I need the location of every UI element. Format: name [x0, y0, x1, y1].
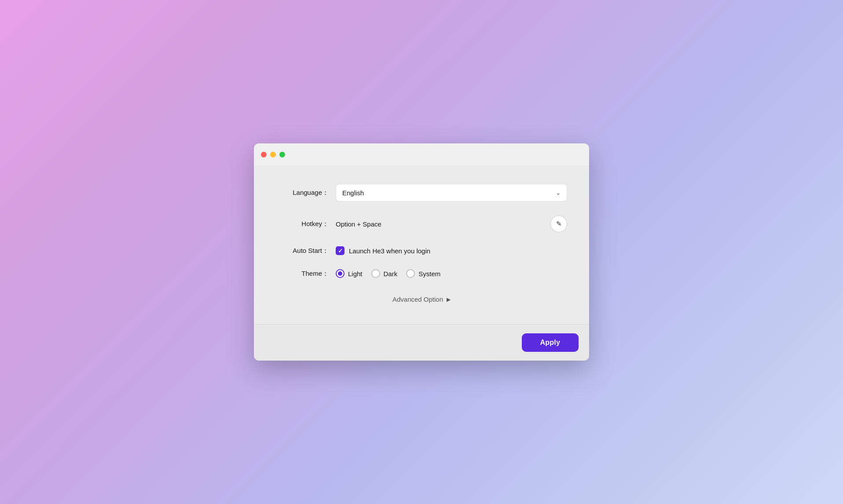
edit-hotkey-button[interactable]: ✎ [550, 215, 567, 232]
auto-start-row: Auto Start： ✓ Launch He3 when you login [276, 246, 567, 255]
language-select[interactable]: English Chinese Japanese French German S… [336, 184, 567, 201]
language-label: Language： [276, 189, 329, 197]
language-row: Language： English Chinese Japanese Frenc… [276, 184, 567, 201]
theme-radio-group: Light Dark System [336, 269, 440, 278]
theme-light-radio[interactable] [336, 269, 345, 278]
hotkey-row: Hotkey： Option + Space ✎ [276, 215, 567, 232]
advanced-option[interactable]: Advanced Option ▶ [276, 292, 567, 307]
settings-window: Language： English Chinese Japanese Frenc… [254, 143, 589, 361]
theme-light-option[interactable]: Light [336, 269, 363, 278]
theme-label: Theme： [276, 270, 329, 278]
theme-dark-option[interactable]: Dark [371, 269, 398, 278]
hotkey-content: Option + Space ✎ [336, 215, 567, 232]
content-area: Language： English Chinese Japanese Frenc… [254, 166, 589, 324]
apply-button[interactable]: Apply [522, 333, 579, 352]
settings-form: Language： English Chinese Japanese Frenc… [276, 184, 567, 307]
close-button[interactable] [261, 152, 267, 157]
hotkey-value: Option + Space [336, 220, 550, 228]
traffic-lights [261, 152, 285, 157]
theme-light-label: Light [348, 270, 363, 278]
theme-dark-label: Dark [384, 270, 398, 278]
theme-system-radio[interactable] [406, 269, 415, 278]
auto-start-checkbox-container[interactable]: ✓ Launch He3 when you login [336, 246, 430, 255]
language-select-wrapper: English Chinese Japanese French German S… [336, 184, 567, 201]
pencil-icon: ✎ [556, 220, 562, 228]
theme-dark-radio[interactable] [371, 269, 380, 278]
checkmark-icon: ✓ [338, 248, 343, 254]
theme-system-label: System [418, 270, 440, 278]
minimize-button[interactable] [270, 152, 276, 157]
theme-system-option[interactable]: System [406, 269, 440, 278]
footer-area: Apply [254, 324, 589, 361]
auto-start-label: Auto Start： [276, 247, 329, 255]
theme-row: Theme： Light Dark System [276, 269, 567, 278]
hotkey-label: Hotkey： [276, 220, 329, 228]
titlebar [254, 143, 589, 166]
maximize-button[interactable] [279, 152, 285, 157]
auto-start-checkbox[interactable]: ✓ [336, 246, 345, 255]
chevron-right-icon: ▶ [447, 296, 451, 303]
advanced-option-text: Advanced Option [392, 296, 443, 303]
auto-start-checkbox-label: Launch He3 when you login [349, 247, 430, 255]
